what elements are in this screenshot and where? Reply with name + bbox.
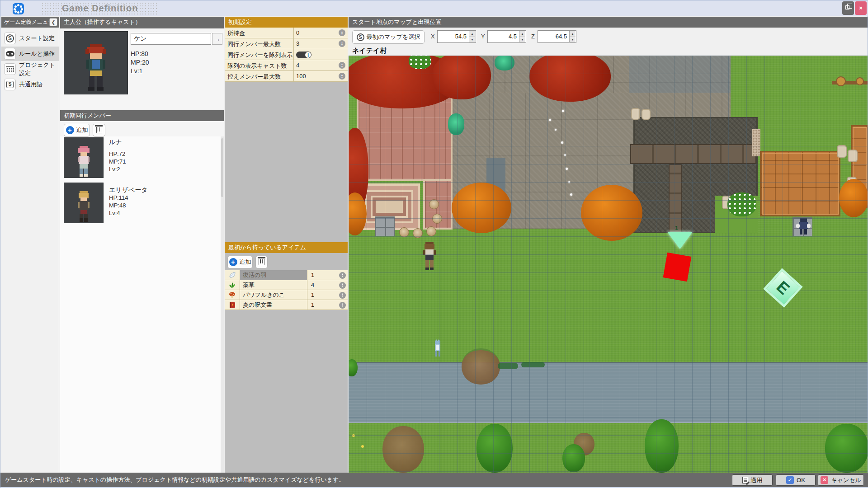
- party-panel-title: 初期同行メンバー: [60, 110, 224, 121]
- setting-row-money: 所持金 0 ▲▼: [225, 28, 348, 38]
- z-label: Z: [531, 33, 535, 40]
- map-algae: [498, 363, 518, 369]
- restore-window-button[interactable]: [842, 1, 854, 15]
- entrance-marker[interactable]: [667, 232, 693, 249]
- setting-value[interactable]: 100: [296, 73, 306, 80]
- z-spinner[interactable]: ▲▼: [569, 31, 576, 42]
- starting-items-title: 最初から持っているアイテム: [225, 242, 348, 253]
- event-marker-e[interactable]: E: [763, 268, 803, 308]
- map-green-bush: [645, 419, 679, 473]
- spinner-icon[interactable]: ▲▼: [339, 272, 346, 279]
- table-row[interactable]: 炎の呪文書 1 ▲▼: [225, 300, 348, 310]
- npc-villager-kid[interactable]: [422, 242, 437, 272]
- ok-button[interactable]: ✓ OK: [776, 474, 816, 486]
- map-stump: [426, 226, 436, 236]
- party-add-button[interactable]: + 追加: [64, 124, 90, 136]
- member-lv: Lv:2: [109, 166, 120, 173]
- spinner-icon[interactable]: ▲▼: [339, 29, 345, 36]
- setting-value[interactable]: 0: [296, 29, 299, 36]
- close-window-button[interactable]: ×: [855, 1, 867, 15]
- map-toolbar: S 最初のマップを選択 X 54.5 ▲▼ Y 4.5 ▲▼ Z 64.5 ▲▼: [349, 28, 868, 56]
- map-wood-beam-vertical: [669, 164, 682, 233]
- x-spinner[interactable]: ▲▼: [469, 31, 475, 42]
- member-name: エリザベータ: [109, 186, 148, 194]
- start-settings-icon: S: [4, 33, 16, 44]
- item-delete-button[interactable]: [255, 256, 268, 268]
- select-first-map-button[interactable]: S 最初のマップを選択: [352, 30, 425, 44]
- map-orange-bush: [581, 185, 642, 241]
- sparkle: [564, 154, 566, 156]
- npc-wolf[interactable]: [432, 339, 443, 359]
- spinner-icon[interactable]: ▲▼: [339, 40, 345, 47]
- item-add-button[interactable]: + 追加: [227, 256, 253, 268]
- map-sandbag: [631, 108, 640, 120]
- table-row[interactable]: パワフルきのこ 1 ▲▼: [225, 290, 348, 300]
- npc-soldier[interactable]: [795, 218, 811, 237]
- y-spinner[interactable]: ▲▼: [519, 31, 525, 42]
- common-terms-icon: $: [4, 79, 16, 90]
- restore-icon: [845, 5, 849, 9]
- map-sandbag: [848, 150, 858, 162]
- table-row[interactable]: 復活の羽 1 ▲▼: [225, 270, 348, 280]
- spinner-icon[interactable]: ▲▼: [339, 73, 345, 80]
- sidebar-item-rules-and-controls[interactable]: ルールと操作: [1, 47, 59, 61]
- spinner-icon[interactable]: ▲▼: [339, 292, 346, 299]
- sidebar-item-common-terms[interactable]: $ 共通用語: [1, 77, 59, 92]
- map-yellow-flower: [361, 445, 364, 448]
- map-algae: [521, 362, 545, 367]
- map-stump: [413, 228, 423, 238]
- sidebar-collapse-button[interactable]: ❮: [49, 18, 57, 26]
- spinner-icon[interactable]: ▲▼: [339, 302, 346, 309]
- check-icon: ✓: [786, 476, 794, 484]
- map-wood-beam: [630, 144, 756, 164]
- item-name: 薬草: [240, 280, 307, 290]
- hero-detail-button[interactable]: →: [212, 33, 222, 45]
- member-name: ルナ: [109, 138, 122, 146]
- member-hp: HP:72: [109, 150, 125, 157]
- hero-portrait[interactable]: [64, 31, 128, 94]
- map-fence-post: [856, 77, 864, 85]
- map-stump: [399, 227, 409, 237]
- map-viewport[interactable]: 1 E: [349, 56, 868, 473]
- entrance-marker-number[interactable]: 1: [675, 225, 678, 231]
- sparkle: [555, 129, 557, 131]
- setting-value[interactable]: 4: [296, 62, 299, 69]
- party-delete-button[interactable]: [93, 124, 105, 136]
- x-coordinate-input[interactable]: 54.5 ▲▼: [437, 30, 476, 43]
- party-scrollbar[interactable]: [221, 136, 224, 473]
- map-flower-bush: [727, 192, 756, 216]
- plus-icon: +: [66, 126, 74, 134]
- sidebar-item-project-settings[interactable]: プロジェクト設定: [1, 62, 59, 76]
- map-red-tree: [529, 56, 611, 102]
- feather-icon: [225, 270, 240, 280]
- sparkle: [549, 119, 551, 121]
- hero-name-input[interactable]: [131, 33, 211, 45]
- app-icon: [13, 3, 24, 14]
- setting-value[interactable]: 3: [296, 40, 299, 47]
- sparkle: [570, 193, 572, 196]
- cancel-button[interactable]: × キャンセル: [818, 474, 864, 486]
- mushroom-icon: [225, 290, 240, 300]
- table-row[interactable]: 薬草 4 ▲▼: [225, 280, 348, 290]
- x-label: X: [431, 33, 435, 40]
- map-yellow-flower: [352, 434, 355, 437]
- window-title: Game Definition: [41, 2, 159, 14]
- member-portrait: [64, 183, 104, 223]
- luna-sprite: [76, 145, 91, 178]
- map-river: [349, 362, 868, 423]
- formation-toggle-on[interactable]: ❙: [296, 52, 311, 58]
- spinner-icon[interactable]: ▲▼: [339, 62, 345, 69]
- sidebar: ゲーム定義メニュー ❮ S スタート設定 ルールと操作 プロジェクト設定 $ 共…: [1, 17, 59, 473]
- map-fence-post: [836, 76, 846, 86]
- apply-button[interactable]: 適用: [732, 474, 773, 486]
- spinner-icon[interactable]: ▲▼: [339, 282, 346, 289]
- sidebar-item-start-settings[interactable]: S スタート設定: [1, 31, 59, 46]
- start-position-marker[interactable]: [663, 253, 692, 282]
- map-dirt-patch: [382, 426, 424, 473]
- z-coordinate-input[interactable]: 64.5 ▲▼: [538, 30, 576, 43]
- setting-row-show-formation: 同行メンバーを隊列表示 ❙: [225, 49, 348, 60]
- map-sandbag: [642, 109, 651, 120]
- item-name: パワフルきのこ: [240, 290, 307, 300]
- titlebar: Game Definition ×: [0, 0, 868, 16]
- y-coordinate-input[interactable]: 4.5 ▲▼: [487, 30, 526, 43]
